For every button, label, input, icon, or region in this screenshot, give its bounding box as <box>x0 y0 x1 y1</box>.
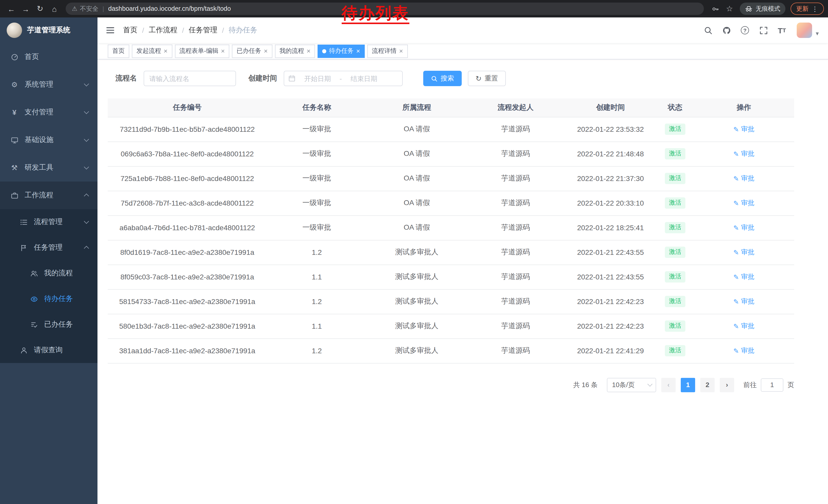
cell-created-time: 2022-01-22 21:37:30 <box>564 166 657 191</box>
help-icon[interactable]: ? <box>739 25 750 36</box>
cell-status: 激活 <box>657 240 694 265</box>
close-icon[interactable]: × <box>307 48 310 54</box>
yen-icon: ¥ <box>10 108 18 117</box>
tab-done-tasks[interactable]: 已办任务 × <box>232 44 272 58</box>
tab-todo-tasks[interactable]: 待办任务 × <box>318 44 365 58</box>
sidebar-item-infra[interactable]: 基础设施 <box>0 126 97 154</box>
home-icon[interactable]: ⌂ <box>47 2 61 16</box>
forward-icon[interactable]: → <box>18 2 33 16</box>
fullscreen-icon[interactable] <box>758 25 769 36</box>
goto-page-input[interactable] <box>761 378 783 392</box>
table-body: 73211d9d-7b9b-11ec-b5b7-acde48001122一级审批… <box>108 117 794 363</box>
approve-link[interactable]: ✎审批 <box>733 297 754 306</box>
process-name-input[interactable] <box>143 71 236 86</box>
table-row: 73211d9d-7b9b-11ec-b5b7-acde48001122一级审批… <box>108 117 794 141</box>
back-icon[interactable]: ← <box>4 2 18 16</box>
sidebar-item-system[interactable]: ⚙ 系统管理 <box>0 71 97 98</box>
incognito-label: 无痕模式 <box>756 4 780 13</box>
page-button-2[interactable]: 2 <box>700 378 715 392</box>
status-badge: 激活 <box>665 296 686 307</box>
sidebar-item-task-mgmt[interactable]: 任务管理 <box>0 235 97 261</box>
tab-start-process[interactable]: 发起流程 × <box>132 44 172 58</box>
approve-link[interactable]: ✎审批 <box>733 321 754 331</box>
page-size-select[interactable]: 10条/页 <box>607 378 656 392</box>
sidebar-item-done-tasks[interactable]: 已办任务 <box>0 312 97 337</box>
approve-link[interactable]: ✎审批 <box>733 125 754 134</box>
key-icon[interactable] <box>708 2 722 16</box>
approve-link[interactable]: ✎审批 <box>733 248 754 257</box>
column-header: 任务名称 <box>267 98 367 117</box>
github-icon[interactable] <box>721 25 732 36</box>
column-header: 任务编号 <box>108 98 267 117</box>
chevron-up-icon <box>84 193 89 199</box>
breadcrumb-home[interactable]: 首页 <box>123 26 137 35</box>
sidebar-item-leave-query[interactable]: 请假查询 <box>0 337 97 363</box>
sidebar-item-workflow[interactable]: 工作流程 <box>0 182 97 209</box>
edit-icon: ✎ <box>733 150 739 158</box>
navbar-tools: ? TT ▼ <box>702 22 820 38</box>
close-icon[interactable]: × <box>356 48 360 54</box>
cell-task-name: 1.1 <box>267 265 367 289</box>
search-button[interactable]: 搜索 <box>423 71 462 86</box>
edit-icon: ✎ <box>733 175 739 182</box>
font-size-icon[interactable]: TT <box>776 25 787 36</box>
user-menu[interactable]: ▼ <box>797 22 820 38</box>
tab-process-form-edit[interactable]: 流程表单-编辑 × <box>175 44 229 58</box>
reset-button[interactable]: ↻ 重置 <box>468 71 506 86</box>
breadcrumb-task-mgmt[interactable]: 任务管理 <box>189 26 217 35</box>
prev-page-button[interactable]: ‹ <box>661 378 676 392</box>
cell-process: OA 请假 <box>367 215 467 240</box>
approve-link[interactable]: ✎审批 <box>733 198 754 208</box>
page-unit-label: 页 <box>787 380 794 390</box>
avatar[interactable] <box>797 22 812 38</box>
approve-link[interactable]: ✎审批 <box>733 272 754 281</box>
cell-task-name: 一级审批 <box>267 117 367 141</box>
tab-home[interactable]: 首页 <box>108 44 129 58</box>
cell-task-name: 1.2 <box>267 338 367 363</box>
table-row: 580e1b3d-7ac8-11ec-a9e2-a2380e71991a1.1测… <box>108 314 794 338</box>
sidebar-item-home[interactable]: 首页 <box>0 43 97 71</box>
sidebar-item-todo-tasks[interactable]: 待办任务 <box>0 286 97 312</box>
sidebar-item-payment[interactable]: ¥ 支付管理 <box>0 98 97 126</box>
sidebar-item-label: 流程管理 <box>34 217 63 227</box>
chevron-down-icon <box>84 137 89 142</box>
approve-link[interactable]: ✎审批 <box>733 346 754 355</box>
close-icon[interactable]: × <box>399 48 403 54</box>
address-bar[interactable]: ⚠ 不安全 | dashboard.yudao.iocoder.cn/bpm/t… <box>66 3 704 15</box>
chevron-down-icon <box>84 219 89 224</box>
page-button-1[interactable]: 1 <box>681 378 695 392</box>
hamburger-icon[interactable] <box>106 26 115 35</box>
start-date-input[interactable] <box>297 75 338 82</box>
close-icon[interactable]: × <box>221 48 225 54</box>
table-row: a6aba0a4-7b6d-11ec-b781-acde48001122一级审批… <box>108 215 794 240</box>
cell-created-time: 2022-01-22 18:25:41 <box>564 215 657 240</box>
approve-link[interactable]: ✎审批 <box>733 174 754 183</box>
sidebar-item-process-mgmt[interactable]: 流程管理 <box>0 209 97 235</box>
breadcrumb-workflow[interactable]: 工作流程 <box>149 26 177 35</box>
tab-label: 流程表单-编辑 <box>179 47 218 55</box>
browser-menu-icon[interactable]: ⋮ <box>812 5 818 12</box>
search-icon[interactable] <box>702 25 714 36</box>
cell-created-time: 2022-01-21 22:42:23 <box>564 289 657 314</box>
cell-created-time: 2022-01-22 23:53:32 <box>564 117 657 141</box>
cell-action: ✎审批 <box>694 215 794 240</box>
column-header: 状态 <box>657 98 694 117</box>
sidebar-item-devtools[interactable]: ⚒ 研发工具 <box>0 154 97 182</box>
end-date-input[interactable] <box>344 75 384 82</box>
update-button[interactable]: 更新 ⋮ <box>791 3 824 15</box>
close-icon[interactable]: × <box>264 48 267 54</box>
sidebar-item-my-process[interactable]: 我的流程 <box>0 261 97 286</box>
bookmark-star-icon[interactable]: ☆ <box>722 2 737 16</box>
cell-created-time: 2022-01-22 21:48:48 <box>564 141 657 166</box>
close-icon[interactable]: × <box>164 48 167 54</box>
tab-process-detail[interactable]: 流程详情 × <box>367 44 408 58</box>
approve-link[interactable]: ✎审批 <box>733 149 754 158</box>
approve-link[interactable]: ✎审批 <box>733 223 754 232</box>
cell-initiator: 芋道源码 <box>467 240 564 265</box>
table-row: 381aa1dd-7ac8-11ec-a9e2-a2380e71991a1.2测… <box>108 338 794 363</box>
tab-my-process[interactable]: 我的流程 × <box>275 44 315 58</box>
cell-task-name: 1.2 <box>267 289 367 314</box>
next-page-button[interactable]: › <box>720 378 734 392</box>
reload-icon[interactable]: ↻ <box>33 2 47 16</box>
date-range-picker[interactable]: - <box>284 71 403 86</box>
